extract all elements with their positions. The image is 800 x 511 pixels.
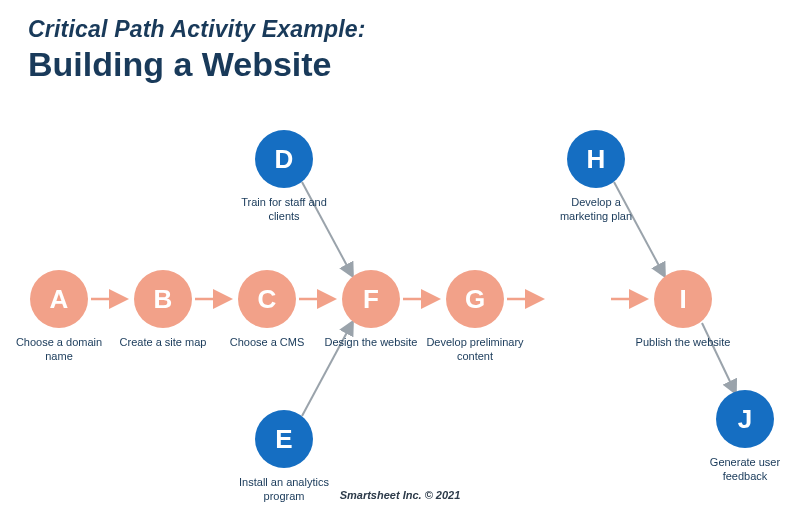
- footer-attribution: Smartsheet Inc. © 2021: [0, 489, 800, 501]
- node-b: B: [134, 270, 192, 328]
- node-d-letter: D: [275, 144, 294, 175]
- node-j-label: Generate user feedback: [695, 456, 795, 484]
- title-main: Building a Website: [28, 45, 366, 84]
- node-g-label: Develop preliminary content: [425, 336, 525, 364]
- node-e: E: [255, 410, 313, 468]
- node-h-label: Develop a marketing plan: [546, 196, 646, 224]
- node-g-letter: G: [465, 284, 485, 315]
- node-d-label: Train for staff and clients: [234, 196, 334, 224]
- diagram: A Choose a domain name B Create a site m…: [0, 110, 800, 480]
- node-c-letter: C: [258, 284, 277, 315]
- node-h-letter: H: [587, 144, 606, 175]
- svg-line-9: [702, 323, 735, 392]
- node-e-letter: E: [275, 424, 292, 455]
- node-f-label: Design the website: [321, 336, 421, 350]
- node-b-label: Create a site map: [113, 336, 213, 350]
- node-c-label: Choose a CMS: [217, 336, 317, 350]
- node-a-letter: A: [50, 284, 69, 315]
- node-a-label: Choose a domain name: [9, 336, 109, 364]
- title-block: Critical Path Activity Example: Building…: [28, 16, 366, 84]
- node-d: D: [255, 130, 313, 188]
- node-j: J: [716, 390, 774, 448]
- node-j-letter: J: [738, 404, 752, 435]
- node-a: A: [30, 270, 88, 328]
- title-sup: Critical Path Activity Example:: [28, 16, 366, 43]
- node-f: F: [342, 270, 400, 328]
- node-h: H: [567, 130, 625, 188]
- node-c: C: [238, 270, 296, 328]
- node-b-letter: B: [154, 284, 173, 315]
- node-i: I: [654, 270, 712, 328]
- node-i-letter: I: [679, 284, 686, 315]
- node-i-label: Publish the website: [633, 336, 733, 350]
- node-g: G: [446, 270, 504, 328]
- node-f-letter: F: [363, 284, 379, 315]
